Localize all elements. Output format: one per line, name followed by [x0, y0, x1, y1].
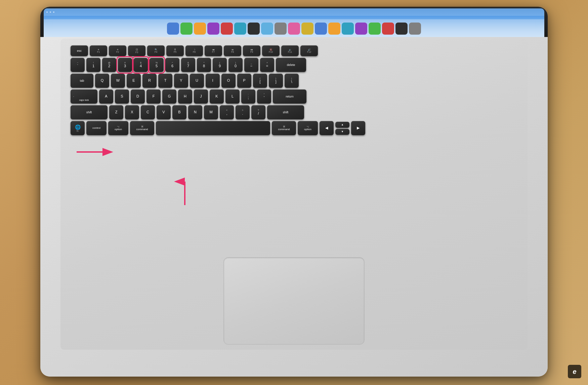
key-f12[interactable]: 🔊 F12 — [300, 45, 318, 56]
macbook-laptop: esc ☀ F1 ☀ F2 ⊡ F3 🔍 F4 🎙 F5 — [40, 7, 548, 377]
dock-icon-maps — [315, 23, 327, 35]
key-0[interactable]: ) 0 — [228, 58, 243, 72]
key-5[interactable]: % 5 — [150, 58, 164, 72]
dock-icon-health — [382, 23, 394, 35]
key-f11[interactable]: 🔉 F11 — [281, 45, 299, 56]
key-backslash[interactable]: | \ — [285, 74, 299, 88]
menubar — [44, 8, 544, 16]
dock-icon-podcast — [275, 23, 287, 35]
key-2[interactable]: @ 2 — [102, 58, 116, 72]
key-capslock[interactable]: • caps lock — [71, 89, 97, 104]
key-n[interactable]: N — [188, 105, 202, 119]
key-f9[interactable]: ⏭ F9 — [243, 45, 260, 56]
key-f1[interactable]: ☀ F1 — [90, 45, 107, 56]
key-arrow-down[interactable]: ▼ — [335, 129, 349, 135]
key-fn[interactable]: 🌐 fn — [71, 121, 85, 135]
key-option-left[interactable]: ⌥ option — [108, 121, 128, 135]
key-f[interactable]: F — [146, 89, 161, 104]
key-1[interactable]: ! 1 — [86, 58, 100, 72]
menubar-item — [53, 11, 54, 13]
key-z[interactable]: Z — [109, 105, 123, 119]
key-equals[interactable]: + = — [260, 58, 274, 72]
key-return[interactable]: return — [273, 89, 306, 104]
key-slash[interactable]: ? / — [251, 105, 265, 119]
key-semicolon[interactable]: : ; — [241, 89, 255, 104]
key-y[interactable]: Y — [174, 74, 188, 88]
key-l[interactable]: L — [225, 89, 240, 104]
key-space[interactable] — [156, 121, 270, 135]
key-s[interactable]: S — [115, 89, 129, 104]
key-option-right[interactable]: ⌥ option — [298, 121, 318, 135]
dock-icon-tv — [248, 23, 260, 35]
trackpad[interactable] — [223, 257, 365, 345]
key-delete[interactable]: delete — [276, 58, 306, 72]
key-b[interactable]: B — [172, 105, 186, 119]
key-tab[interactable]: tab — [71, 74, 93, 88]
key-arrow-up[interactable]: ▲ — [335, 122, 349, 128]
key-control[interactable]: control — [86, 121, 107, 135]
key-lbracket[interactable]: { [ — [253, 74, 267, 88]
key-f8[interactable]: ⏯ F8 — [224, 45, 241, 56]
key-f5[interactable]: 🎙 F5 — [166, 45, 184, 56]
key-shift-right[interactable]: shift — [267, 105, 304, 119]
key-p[interactable]: P — [237, 74, 251, 88]
key-t[interactable]: T — [158, 74, 172, 88]
key-3[interactable]: # 3 — [118, 58, 132, 72]
key-r[interactable]: R — [142, 74, 157, 88]
dock-icon-contacts — [342, 23, 354, 35]
number-key-row: ~ ` ! 1 @ 2 # 3 $ 4 % 5 — [71, 58, 517, 72]
key-k[interactable]: K — [210, 89, 224, 104]
key-f2[interactable]: ☀ F2 — [109, 45, 126, 56]
key-6[interactable]: ^ 6 — [165, 58, 179, 72]
dock-icon-stocks — [369, 23, 381, 35]
key-h[interactable]: H — [178, 89, 192, 104]
key-e[interactable]: E — [127, 74, 141, 88]
zxcv-key-row: shift Z X C V B N M < , > . ? / shift — [71, 105, 517, 119]
dock-icon-reminders — [355, 23, 367, 35]
key-q[interactable]: Q — [95, 74, 109, 88]
key-u[interactable]: U — [190, 74, 204, 88]
fn-key-row: esc ☀ F1 ☀ F2 ⊡ F3 🔍 F4 🎙 F5 — [71, 45, 517, 56]
key-arrow-left[interactable]: ◀ — [320, 121, 334, 135]
key-w[interactable]: W — [111, 74, 125, 88]
key-f10[interactable]: 🔇 F10 — [262, 45, 280, 56]
key-f3[interactable]: ⊡ F3 — [128, 45, 145, 56]
key-quote[interactable]: " ' — [257, 89, 271, 104]
dock-icon-mail — [207, 23, 219, 35]
menubar-item — [46, 11, 48, 13]
key-8[interactable]: * 8 — [197, 58, 211, 72]
dock-icon-messages — [234, 23, 246, 35]
engadget-watermark: e — [568, 365, 581, 378]
key-command-left[interactable]: ⌘ command — [130, 121, 154, 135]
dock-icon-notes — [301, 23, 313, 35]
key-f7[interactable]: ⏮ F7 — [205, 45, 222, 56]
key-esc[interactable]: esc — [71, 45, 88, 56]
key-c[interactable]: C — [141, 105, 155, 119]
key-minus[interactable]: _ − — [244, 58, 258, 72]
key-9[interactable]: ( 9 — [213, 58, 227, 72]
dock-icon-finder — [167, 23, 179, 35]
key-arrow-right[interactable]: ▶ — [351, 121, 365, 135]
key-command-right[interactable]: ⌘ command — [272, 121, 296, 135]
key-m[interactable]: M — [204, 105, 218, 119]
key-rbracket[interactable]: } ] — [269, 74, 283, 88]
key-x[interactable]: X — [125, 105, 139, 119]
key-i[interactable]: I — [206, 74, 220, 88]
dock — [44, 20, 544, 37]
key-f6[interactable]: ☽ F6 — [185, 45, 203, 56]
key-o[interactable]: O — [221, 74, 236, 88]
key-a[interactable]: A — [99, 89, 113, 104]
laptop-screen — [40, 7, 548, 37]
key-shift-left[interactable]: shift — [71, 105, 108, 119]
key-period[interactable]: > . — [236, 105, 250, 119]
key-f4[interactable]: 🔍 F4 — [147, 45, 165, 56]
asdf-key-row: • caps lock A S D F G H J K L : ; " ' re… — [71, 89, 517, 104]
key-4[interactable]: $ 4 — [134, 58, 148, 72]
key-d[interactable]: D — [131, 89, 145, 104]
key-j[interactable]: J — [194, 89, 208, 104]
key-backtick[interactable]: ~ ` — [71, 58, 85, 72]
key-comma[interactable]: < , — [220, 105, 234, 119]
key-v[interactable]: V — [157, 105, 171, 119]
key-g[interactable]: G — [162, 89, 176, 104]
key-7[interactable]: & 7 — [181, 58, 195, 72]
